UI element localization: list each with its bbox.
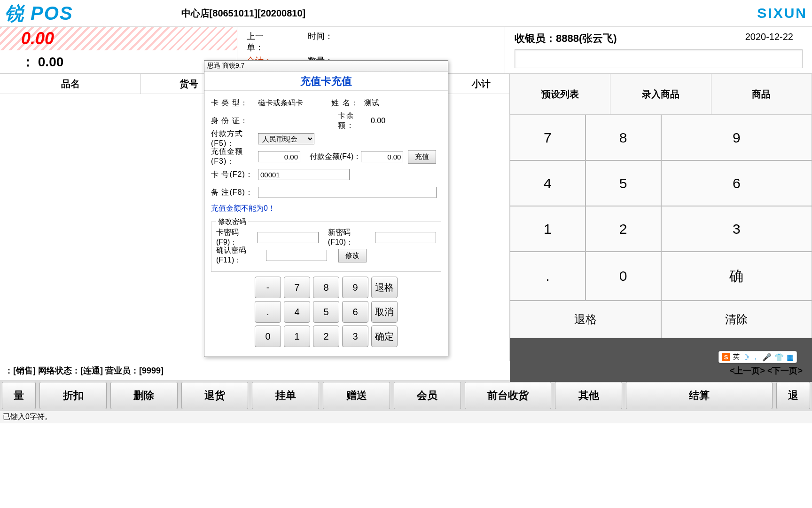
confirm-pw-input[interactable] <box>266 250 327 261</box>
key-0[interactable]: 0 <box>586 252 661 301</box>
brand-name: SIXUN <box>757 5 807 21</box>
recharge-dialog: 思迅 商锐9.7 充值卡充值 卡 类 型： 磁卡或条码卡 姓 名： 测试 身 份… <box>204 60 448 357</box>
key-7[interactable]: 7 <box>510 115 586 160</box>
name-label: 姓 名： <box>331 98 364 108</box>
card-pw-input[interactable] <box>258 232 319 243</box>
dkey-9[interactable]: 9 <box>342 277 368 298</box>
dkey-8[interactable]: 8 <box>313 277 339 298</box>
key-3[interactable]: 3 <box>661 206 812 252</box>
recharge-amt-label: 充值金额(F3)： <box>211 147 258 167</box>
dkey-dot[interactable]: . <box>255 301 281 323</box>
dialog-titlebar[interactable]: 思迅 商锐9.7 <box>204 61 448 72</box>
right-tabs: 预设列表 录入商品 商品 <box>510 94 812 115</box>
pay-method-select[interactable]: 人民币现金 <box>258 133 314 144</box>
col-name: 品名 <box>0 74 141 94</box>
total-black-value: 0.00 <box>38 55 64 69</box>
prev-order-label: 上一单： <box>247 31 280 53</box>
dkey-5[interactable]: 5 <box>313 301 339 323</box>
key-confirm[interactable]: 确 <box>661 252 812 301</box>
dkey-0[interactable]: 0 <box>255 325 281 347</box>
pw-legend: 修改密码 <box>216 217 248 226</box>
tab-input[interactable]: 录入商品 <box>610 73 711 115</box>
modify-button[interactable]: 修改 <box>338 249 367 262</box>
card-pw-label: 卡密码(F9)： <box>216 228 258 247</box>
new-pw-label: 新密码(F10)： <box>328 228 375 247</box>
comma-icon[interactable]: ， <box>752 352 759 362</box>
ime-lang[interactable]: 英 <box>733 353 740 361</box>
grid-icon[interactable]: ▦ <box>787 353 794 362</box>
shirt-icon[interactable]: 👕 <box>774 353 784 362</box>
dkey-3[interactable]: 3 <box>342 325 368 347</box>
store-info: 中心店[80651011][20200810] <box>181 7 306 20</box>
date-display: 2020-12-22 <box>745 32 793 46</box>
recharge-amt-input[interactable] <box>258 151 300 162</box>
dkey-7[interactable]: 7 <box>284 277 310 298</box>
dialog-title: 充值卡充值 <box>204 72 448 91</box>
sogou-icon[interactable]: S <box>722 353 730 361</box>
name-value: 测试 <box>364 98 379 108</box>
key-2[interactable]: 2 <box>586 206 661 252</box>
key-8[interactable]: 8 <box>586 115 661 160</box>
totals-box: 0.00 ： 0.00 <box>0 27 237 73</box>
password-fieldset: 修改密码 卡密码(F9)： 新密码(F10)： 确认密码(F11)： 修改 <box>211 217 441 272</box>
prev-page[interactable]: <上一页> <box>730 366 765 375</box>
btn-delete[interactable]: 删除 <box>110 382 178 409</box>
ime-toolbar[interactable]: S 英 ☽ ， 🎤 👕 ▦ <box>718 351 797 363</box>
btn-other[interactable]: 其他 <box>555 382 622 409</box>
dkey-ok[interactable]: 确定 <box>371 325 398 347</box>
btn-gift[interactable]: 赠送 <box>323 382 390 409</box>
key-6[interactable]: 6 <box>661 160 812 206</box>
mic-icon[interactable]: 🎤 <box>762 353 772 362</box>
btn-return[interactable]: 退货 <box>181 382 249 409</box>
note-input[interactable] <box>258 187 437 198</box>
key-1[interactable]: 1 <box>510 206 586 252</box>
pay-method-label: 付款方式(F5)： <box>211 129 258 149</box>
search-input[interactable] <box>515 49 803 68</box>
key-4[interactable]: 4 <box>510 160 586 206</box>
key-backspace[interactable]: 退格 <box>510 301 661 338</box>
next-page[interactable]: <下一页> <box>767 366 803 375</box>
recharge-button[interactable]: 充值 <box>408 150 436 164</box>
bottom-toolbar: 量 折扣 删除 退货 挂单 赠送 会员 前台收货 其他 结算 退 <box>0 380 812 411</box>
dkey-6[interactable]: 6 <box>342 301 368 323</box>
btn-discount[interactable]: 折扣 <box>39 382 107 409</box>
tab-preset[interactable]: 预设列表 <box>510 73 610 115</box>
key-dot[interactable]: . <box>510 252 586 301</box>
dkey-2[interactable]: 2 <box>313 325 339 347</box>
card-no-label: 卡 号(F2)： <box>211 170 258 180</box>
balance-label: 卡余额： <box>338 111 371 131</box>
tab-product[interactable]: 商品 <box>711 73 812 115</box>
dkey-4[interactable]: 4 <box>284 301 310 323</box>
total-red: 0.00 <box>0 27 237 50</box>
time-label: 时间： <box>308 31 336 53</box>
btn-member[interactable]: 会员 <box>394 382 461 409</box>
confirm-pw-label: 确认密码(F11)： <box>216 246 266 265</box>
btn-qty[interactable]: 量 <box>2 382 36 409</box>
btn-checkout[interactable]: 结算 <box>626 382 773 409</box>
btn-receive[interactable]: 前台收货 <box>465 382 552 409</box>
cashier-panel: 收银员： 8888(张云飞) 2020-12-22 <box>505 27 812 73</box>
btn-hold[interactable]: 挂单 <box>252 382 319 409</box>
note-label: 备 注(F8)： <box>211 188 258 198</box>
dkey-cancel[interactable]: 取消 <box>371 301 398 323</box>
dkey-1[interactable]: 1 <box>284 325 310 347</box>
status-text: ：[销售] 网络状态：[连通] 营业员：[9999] <box>5 365 164 376</box>
card-type-label: 卡 类 型： <box>211 98 258 108</box>
header-bar: 锐 POS 中心店[80651011][20200810] SIXUN <box>0 0 812 26</box>
main-keypad: 7 8 9 4 5 6 1 2 3 . 0 确 <box>510 115 812 301</box>
dkey-backspace[interactable]: 退格 <box>371 277 398 298</box>
key-9[interactable]: 9 <box>661 115 812 160</box>
dkey-minus[interactable]: - <box>255 277 281 298</box>
pay-amt-input[interactable] <box>361 151 403 162</box>
app-logo: 锐 POS <box>5 0 73 26</box>
moon-icon[interactable]: ☽ <box>742 353 749 362</box>
total-black: ： 0.00 <box>0 50 237 74</box>
card-type-value: 磁卡或条码卡 <box>258 98 303 108</box>
bottom-keys: 退格 清除 <box>510 301 812 338</box>
new-pw-input[interactable] <box>375 232 436 243</box>
key-clear[interactable]: 清除 <box>661 301 812 338</box>
btn-exit[interactable]: 退 <box>776 382 810 409</box>
cashier-value: 8888(张云飞) <box>556 32 617 46</box>
key-5[interactable]: 5 <box>586 160 661 206</box>
card-no-input[interactable] <box>258 169 350 180</box>
